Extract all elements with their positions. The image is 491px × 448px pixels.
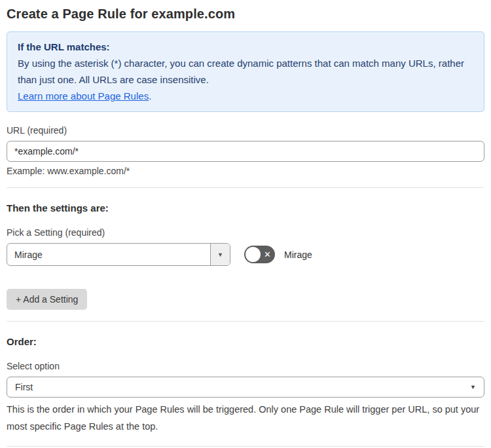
url-input[interactable] <box>7 141 484 162</box>
link-period: . <box>149 90 151 102</box>
order-section-heading: Order: <box>7 336 484 347</box>
url-match-info-box: If the URL matches: By using the asteris… <box>7 31 484 112</box>
setting-combobox[interactable]: Mirage ▼ <box>7 243 230 266</box>
divider <box>7 446 484 447</box>
url-field-label: URL (required) <box>7 125 484 136</box>
order-select[interactable]: First ▼ <box>7 377 484 398</box>
chevron-down-icon[interactable]: ▼ <box>210 244 230 265</box>
settings-section-heading: Then the settings are: <box>7 202 484 214</box>
mirage-toggle[interactable]: ✕ <box>244 246 275 263</box>
add-setting-button[interactable]: + Add a Setting <box>7 289 87 310</box>
chevron-down-icon: ▼ <box>470 384 476 390</box>
page-title: Create a Page Rule for example.com <box>7 7 484 22</box>
order-helper-text: This is the order in which your Page Rul… <box>7 401 484 435</box>
setting-combobox-value: Mirage <box>7 244 210 265</box>
order-select-value: First <box>15 382 470 392</box>
toggle-label: Mirage <box>284 250 312 260</box>
divider <box>7 321 484 322</box>
select-option-label: Select option <box>7 361 484 371</box>
toggle-knob <box>245 247 261 262</box>
learn-more-link[interactable]: Learn more about Page Rules <box>18 90 149 102</box>
pick-setting-label: Pick a Setting (required) <box>7 227 484 238</box>
setting-row: Mirage ▼ ✕ Mirage <box>7 243 484 266</box>
info-box-body: By using the asterisk (*) character, you… <box>18 55 473 88</box>
toggle-off-x-icon: ✕ <box>264 246 271 263</box>
page-rule-form: Create a Page Rule for example.com If th… <box>0 0 491 448</box>
divider <box>7 187 484 188</box>
info-box-heading: If the URL matches: <box>18 39 473 55</box>
info-box-link-line: Learn more about Page Rules. <box>18 88 473 104</box>
url-field-helper: Example: www.example.com/* <box>7 166 484 176</box>
